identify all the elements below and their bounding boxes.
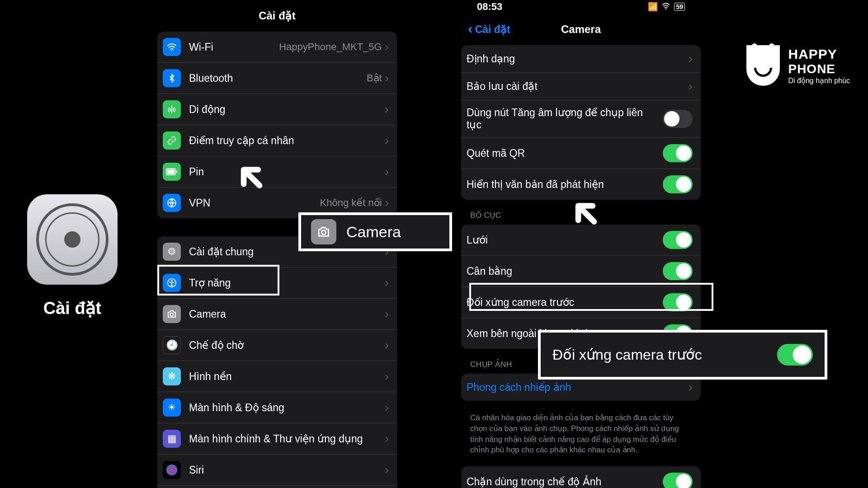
highlight-mirror-row	[469, 283, 713, 311]
format-label: Định dạng	[467, 53, 689, 65]
brand-logo: HAPPY PHONE Di động hạnh phúc	[746, 45, 850, 86]
chevron-icon: ›	[385, 133, 389, 148]
svg-point-6	[170, 313, 174, 316]
svg-point-12	[321, 230, 326, 235]
chevron-icon: ›	[385, 463, 389, 477]
row-preserve[interactable]: Bảo lưu cài đặt ›	[461, 73, 701, 100]
row-display[interactable]: ☀ Màn hình & Độ sáng ›	[157, 392, 397, 423]
chevron-icon: ›	[385, 432, 389, 446]
brand-line2: PHONE	[788, 62, 850, 76]
hotspot-label: Điểm truy cập cá nhân	[189, 135, 385, 147]
wifi-status-icon	[661, 2, 670, 12]
settings-app-block: Cài đặt	[27, 194, 118, 318]
phone-camera-settings: 08:53 📶 59 ‹ Cài đặt Camera Định dạng › …	[461, 0, 701, 488]
callout-camera-text: Camera	[346, 223, 401, 241]
battery-icon	[163, 163, 181, 181]
toggle-qr[interactable]	[663, 144, 693, 162]
bluetooth-label: Bluetooth	[189, 72, 367, 84]
chevron-icon: ›	[385, 369, 389, 384]
row-level[interactable]: Cân bằng	[461, 256, 701, 287]
row-wallpaper[interactable]: ❋ Hình nền ›	[157, 361, 397, 392]
row-wifi[interactable]: Wi-Fi HappyPhone_MKT_5G ›	[157, 32, 397, 63]
row-standby[interactable]: 🕘 Chế độ chờ ›	[157, 330, 397, 361]
chevron-icon: ›	[689, 380, 693, 394]
siri-label: Siri	[189, 464, 385, 476]
row-battery[interactable]: Pin ›	[157, 156, 397, 188]
wallpaper-label: Hình nền	[189, 371, 385, 383]
preserve-label: Bảo lưu cài đặt	[467, 80, 689, 93]
chevron-icon: ›	[385, 276, 389, 290]
row-volume-burst[interactable]: Dùng nút Tăng âm lượng để chụp liên tục	[461, 100, 701, 138]
chevron-icon: ›	[385, 40, 389, 54]
chevron-icon: ›	[385, 338, 389, 352]
row-qr[interactable]: Quét mã QR	[461, 138, 701, 169]
chevron-icon: ›	[385, 307, 389, 321]
camera-group-top: Định dạng › Bảo lưu cài đặt › Dùng nút T…	[461, 45, 701, 200]
toggle-volume-burst[interactable]	[663, 110, 693, 128]
row-search[interactable]: Tìm kiếm ›	[157, 486, 397, 488]
homescreen-label: Màn hình chính & Thư viện ứng dụng	[189, 433, 385, 445]
level-label: Cân bằng	[467, 265, 663, 277]
vpn-value: Không kết nối	[320, 197, 382, 209]
highlight-camera-row	[157, 265, 279, 296]
callout-camera: Camera	[298, 212, 452, 251]
back-button[interactable]: ‹ Cài đặt	[468, 22, 510, 37]
brand-line1: HAPPY	[788, 47, 850, 62]
camera-group-bottom: Chặn dùng trong chế độ Ảnh	[461, 466, 701, 488]
toggle-bottom[interactable]	[663, 473, 693, 488]
camera-title-text: Camera	[561, 23, 601, 36]
status-icons: 📶 59	[648, 2, 685, 12]
chevron-left-icon: ‹	[468, 21, 473, 36]
status-bar: 08:53 📶 59	[461, 0, 701, 14]
toggle-grid[interactable]	[663, 231, 693, 249]
clock-icon: 🕘	[163, 336, 181, 354]
settings-app-icon[interactable]	[27, 194, 118, 285]
wallpaper-icon: ❋	[163, 367, 181, 385]
link-icon	[163, 131, 181, 150]
row-format[interactable]: Định dạng ›	[461, 45, 701, 73]
bottom-row-label: Chặn dùng trong chế độ Ảnh	[467, 476, 663, 488]
bluetooth-icon	[163, 69, 181, 87]
battery-status: 59	[674, 3, 685, 11]
row-bottom[interactable]: Chặn dùng trong chế độ Ảnh	[461, 466, 701, 488]
antenna-icon	[163, 100, 181, 118]
row-camera[interactable]: Camera ›	[157, 299, 397, 330]
brand-line3: Di động hạnh phúc	[788, 76, 850, 85]
chevron-icon: ›	[689, 79, 693, 94]
toggle-level[interactable]	[663, 262, 693, 280]
row-bluetooth[interactable]: Bluetooth Bật ›	[157, 63, 397, 94]
bluetooth-value: Bật	[367, 72, 382, 84]
row-homescreen[interactable]: ▦ Màn hình chính & Thư viện ứng dụng ›	[157, 423, 397, 455]
wifi-label: Wi-Fi	[189, 41, 279, 53]
standby-label: Chế độ chờ	[189, 339, 385, 352]
settings-title-text: Cài đặt	[259, 9, 296, 22]
svg-point-13	[665, 8, 667, 9]
chevron-icon: ›	[385, 196, 389, 210]
settings-group-network: Wi-Fi HappyPhone_MKT_5G › Bluetooth Bật …	[157, 32, 397, 218]
signal-icon: 📶	[648, 2, 658, 12]
chevron-icon: ›	[385, 102, 389, 117]
back-label: Cài đặt	[475, 23, 510, 36]
callout-mirror: Đối xứng camera trước	[538, 330, 827, 380]
cellular-label: Di động	[189, 103, 385, 116]
chevron-icon: ›	[385, 164, 389, 179]
chevron-icon: ›	[689, 52, 693, 66]
svg-rect-1	[176, 170, 177, 173]
display-label: Màn hình & Độ sáng	[189, 402, 385, 414]
photo-styles-footer: Cá nhân hóa giao diện ảnh của bạn bằng c…	[461, 408, 701, 466]
brightness-icon: ☀	[163, 399, 181, 417]
toggle-livetext[interactable]	[663, 175, 693, 193]
camera-settings-titlebar: ‹ Cài đặt Camera	[461, 14, 701, 45]
qr-label: Quét mã QR	[467, 147, 663, 160]
toggle-mirror-callout[interactable]	[777, 344, 813, 366]
wifi-value: HappyPhone_MKT_5G	[279, 41, 382, 53]
livetext-label: Hiển thị văn bản đã phát hiện	[467, 178, 663, 191]
row-cellular[interactable]: Di động ›	[157, 94, 397, 125]
wifi-icon	[163, 38, 181, 56]
brand-bag-icon	[746, 45, 780, 86]
svg-rect-2	[167, 169, 175, 174]
row-siri[interactable]: Siri ›	[157, 455, 397, 486]
camera-label: Camera	[189, 308, 385, 320]
battery-label: Pin	[189, 166, 385, 178]
row-hotspot[interactable]: Điểm truy cập cá nhân ›	[157, 125, 397, 156]
